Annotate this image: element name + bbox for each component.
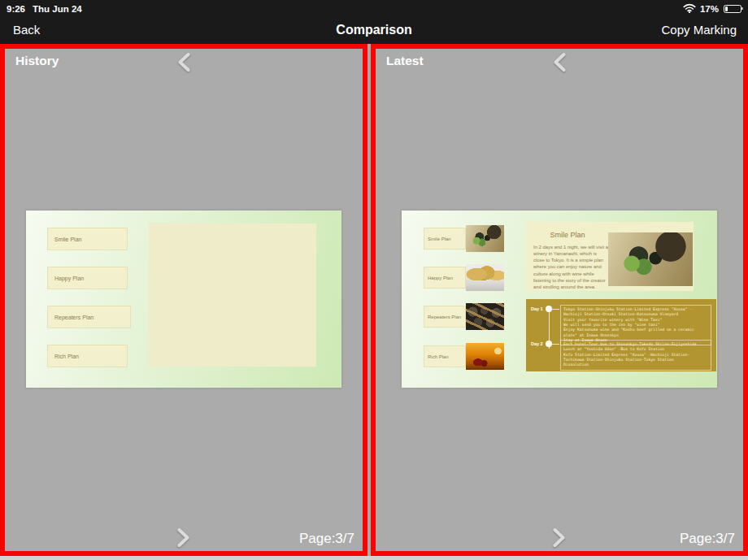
plan-box-happy: Happy Plan [424, 267, 466, 289]
status-date: Thu Jun 24 [33, 4, 82, 14]
battery-cap [741, 7, 743, 10]
plan-row-repeaters: Repeaters Plan [424, 303, 504, 330]
day-label: Day 2 [531, 341, 543, 346]
status-bar: 9:26 Thu Jun 24 17% [0, 0, 748, 15]
status-time-date: 9:26 Thu Jun 24 [7, 4, 82, 14]
battery-icon [724, 5, 741, 13]
timeline-connector [552, 309, 559, 310]
history-prev-page-button[interactable] [177, 52, 191, 72]
plan-detail-panel: Smile Plan In 2 days and 1 night, we wil… [526, 222, 694, 291]
timeline-dot-icon [546, 341, 552, 347]
winery-grapes-photo [466, 225, 504, 252]
top-bar: 9:26 Thu Jun 24 17% [0, 0, 748, 44]
latest-next-page-button[interactable] [553, 527, 567, 548]
chevron-left-icon [553, 63, 567, 75]
sunset-wine-photo [466, 343, 504, 370]
plan-box-happy: Happy Plan [47, 267, 128, 289]
battery-fill [725, 7, 728, 11]
latest-prev-page-button[interactable] [553, 52, 567, 72]
plan-box-smile: Smile Plan [47, 228, 128, 250]
day-label: Day 1 [531, 306, 543, 311]
chevron-right-icon [553, 538, 567, 550]
plan-detail-title: Smile Plan [526, 231, 609, 239]
winery-grapes-large-photo [608, 232, 693, 286]
plan-box-repeaters: Repeaters Plan [47, 306, 131, 328]
chevron-left-icon [177, 63, 191, 75]
copy-marking-button[interactable]: Copy Marking [661, 23, 737, 37]
history-panel: History Smile Plan Happy Plan Repeaters … [0, 44, 367, 556]
plan-row-smile: Smile Plan [424, 225, 504, 252]
plan-box-repeaters: Repeaters Plan [424, 306, 466, 328]
page-title: Comparison [0, 23, 748, 37]
plan-row-rich: Rich Plan [424, 343, 504, 370]
plan-box-smile: Smile Plan [424, 228, 466, 250]
timeline-connector [552, 344, 559, 345]
comparison-screen: 9:26 Thu Jun 24 17% [0, 0, 748, 560]
empty-content-placeholder [149, 224, 316, 367]
itinerary-panel: Day 1 Tokyo Station-Shinjuku Station-Lim… [526, 299, 716, 371]
latest-panel-title: Latest [386, 54, 424, 68]
status-time: 9:26 [7, 4, 25, 14]
bottom-edge-strip [0, 556, 748, 560]
plan-box-rich: Rich Plan [47, 345, 128, 367]
wifi-icon [683, 3, 696, 15]
chevron-right-icon [177, 538, 191, 550]
wine-corks-photo [466, 264, 504, 291]
wine-cellar-photo [466, 303, 504, 330]
day-itinerary-text: Each hotel-Tour bus to Shosenkyo-Takeda … [560, 340, 711, 371]
battery-percent: 17% [700, 4, 719, 14]
plan-row-happy: Happy Plan [424, 264, 504, 291]
history-page-indicator: Page:3/7 [299, 531, 354, 547]
latest-panel: Latest Smile Plan Happy Plan Repeaters P… [371, 44, 748, 556]
status-indicators: 17% [683, 3, 741, 15]
navigation-bar: Back Comparison Copy Marking [0, 15, 748, 44]
history-panel-title: History [15, 54, 59, 68]
comparison-panels: History Smile Plan Happy Plan Repeaters … [0, 44, 748, 556]
latest-page-indicator: Page:3/7 [680, 531, 735, 547]
history-slide-preview: Smile Plan Happy Plan Repeaters Plan Ric… [26, 211, 341, 388]
latest-slide-preview: Smile Plan Happy Plan Repeaters Plan Ric… [402, 211, 717, 388]
plan-box-rich: Rich Plan [424, 345, 466, 367]
timeline-dot-icon [546, 306, 552, 312]
history-next-page-button[interactable] [177, 527, 191, 548]
plan-detail-description: In 2 days and 1 night, we will visit a w… [533, 244, 609, 290]
